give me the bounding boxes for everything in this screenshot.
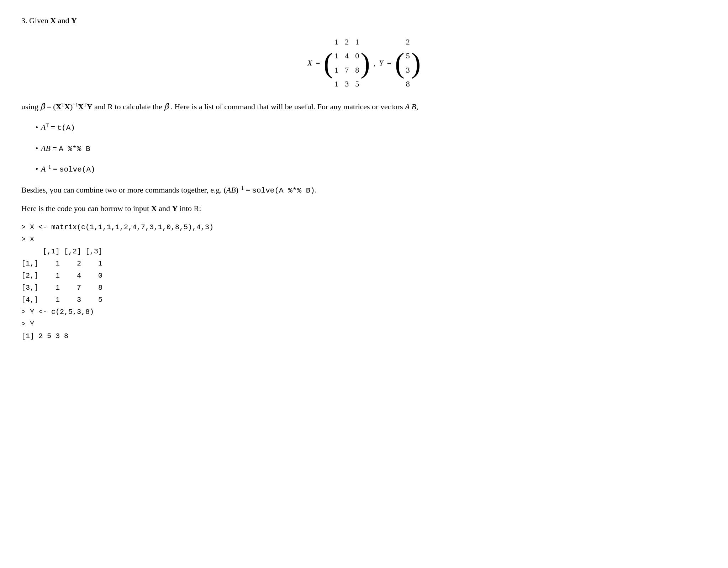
y-right-paren: ) (411, 49, 421, 77)
T-superscript-1: T (62, 102, 65, 107)
bullet-item-transpose: • AT = t(A) (36, 121, 707, 134)
y-var: Y (379, 57, 383, 69)
x-cell-3-1: 1 (334, 63, 338, 77)
formula-middle: X)−1XTY (64, 102, 92, 111)
x-cell-2-1: 1 (334, 49, 338, 62)
x-cell-3-3: 8 (355, 63, 359, 77)
example-formula: (AB)−1 = solve(A %*% B). (224, 185, 317, 194)
code-line-3: [,1] [,2] [,3] (21, 246, 707, 258)
code-line-8: > Y <- c(2,5,3,8) (21, 306, 707, 318)
bullet-dot-2: • (36, 143, 38, 154)
x-cell-4-2: 3 (345, 77, 349, 90)
x-matrix-grid: 1 2 1 1 4 0 1 7 8 1 3 5 (334, 34, 359, 92)
besdies-paragraph: Besdies, you can combine two or more com… (21, 184, 707, 197)
inverse-formula: A−1 = solve(A) (41, 163, 95, 176)
x-cell-4-3: 5 (355, 77, 359, 90)
equals-sign: = (316, 57, 320, 69)
x-cell-1-1: 1 (334, 35, 338, 48)
code-line-7: [4,] 1 3 5 (21, 294, 707, 306)
x-cell-2-3: 0 (355, 49, 359, 62)
y-matrix-wrapper: ( 2 5 3 8 ) (395, 34, 421, 92)
x-cell-2-2: 4 (345, 49, 349, 62)
comma-separator: , (374, 57, 376, 69)
besdies-text: Besdies, you can combine two or more com… (21, 185, 224, 194)
number-label: 3. (21, 16, 27, 25)
transpose-formula: AT = t(A) (41, 121, 75, 134)
x-cell-4-1: 1 (334, 77, 338, 90)
code-line-9: > Y (21, 318, 707, 330)
code-line-5: [2,] 1 4 0 (21, 270, 707, 282)
formula-paragraph: using β̂ = (XTX)−1XTY and R to calculate… (21, 100, 707, 113)
bullet-item-inverse: • A−1 = solve(A) (36, 163, 707, 176)
and-r-text: and R to calculate the (94, 102, 164, 111)
multiply-formula: AB = A %*% B (41, 142, 90, 155)
y-left-paren: ( (395, 49, 405, 77)
x-cell-3-2: 7 (345, 63, 349, 77)
x-var: X (307, 57, 312, 69)
problem-number: 3. Given X and Y (21, 14, 707, 27)
code-line-4: [1,] 1 2 1 (21, 258, 707, 270)
matrix-equation: X = ( 1 2 1 1 4 0 1 7 8 1 3 5 ) , Y = (307, 34, 421, 92)
using-text: using (21, 102, 40, 111)
code-line-2: > X (21, 233, 707, 246)
y-cell-3: 3 (406, 63, 410, 77)
beta-hat-symbol-2: β̂ (164, 102, 169, 111)
code-line-6: [3,] 1 7 8 (21, 282, 707, 294)
bullet-dot-3: • (36, 163, 38, 175)
bullet-item-multiply: • AB = A %*% B (36, 142, 707, 155)
bullet-dot-1: • (36, 122, 38, 133)
intro-text: Given X and Y (29, 16, 77, 25)
y-matrix-grid: 2 5 3 8 (406, 34, 410, 92)
x-cell-1-2: 2 (345, 35, 349, 48)
code-line-10: [1] 2 5 3 8 (21, 330, 707, 342)
y-equals-sign: = (387, 57, 391, 69)
here-text: Here is the code you can borrow to input… (21, 204, 201, 213)
borrow-paragraph: Here is the code you can borrow to input… (21, 202, 707, 215)
matrix-equation-section: X = ( 1 2 1 1 4 0 1 7 8 1 3 5 ) , Y = (21, 34, 707, 92)
x-left-paren: ( (324, 49, 333, 77)
code-line-1: > X <- matrix(c(1,1,1,1,2,4,7,3,1,0,8,5)… (21, 221, 707, 233)
formula-eq-text: = (X (47, 102, 61, 111)
beta-hat-symbol: β̂ (40, 102, 45, 111)
y-cell-2: 5 (406, 49, 410, 62)
period-text: . Here is a list of command that will be… (170, 102, 418, 111)
command-list: • AT = t(A) • AB = A %*% B • A−1 = solve… (36, 121, 707, 176)
x-matrix-wrapper: ( 1 2 1 1 4 0 1 7 8 1 3 5 ) (324, 34, 370, 92)
y-cell-4: 8 (406, 77, 410, 90)
x-right-paren: ) (360, 49, 370, 77)
r-code-block: > X <- matrix(c(1,1,1,1,2,4,7,3,1,0,8,5)… (21, 221, 707, 342)
y-cell-1: 2 (406, 35, 410, 48)
x-cell-1-3: 1 (355, 35, 359, 48)
